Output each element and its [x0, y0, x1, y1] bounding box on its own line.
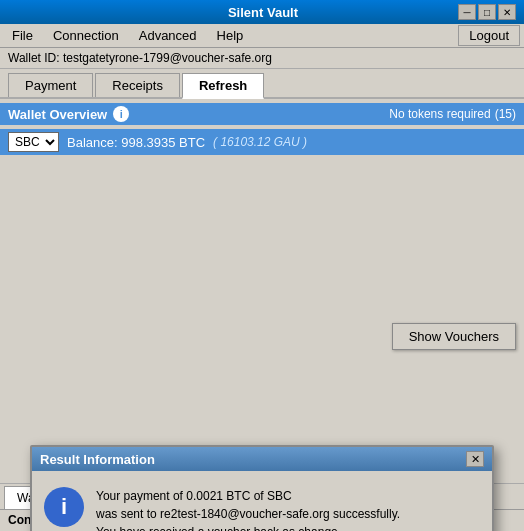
modal-message: Your payment of 0.0021 BTC of SBC was se… — [96, 487, 480, 531]
modal-info-icon: i — [44, 487, 84, 527]
wallet-id-text: Wallet ID: testgatetyrone-1799@voucher-s… — [8, 51, 272, 65]
tab-bar: Payment Receipts Refresh — [0, 69, 524, 99]
modal-title: Result Information — [40, 452, 155, 467]
no-tokens-text: No tokens required — [389, 107, 490, 121]
wallet-id-bar: Wallet ID: testgatetyrone-1799@voucher-s… — [0, 48, 524, 69]
menu-connection[interactable]: Connection — [45, 26, 127, 45]
currency-dropdown[interactable]: SBC — [8, 132, 59, 152]
menu-advanced[interactable]: Advanced — [131, 26, 205, 45]
info-icon[interactable]: i — [113, 106, 129, 122]
wallet-overview-bar: Wallet Overview i No tokens required (15… — [0, 103, 524, 125]
show-vouchers-button[interactable]: Show Vouchers — [392, 323, 516, 350]
window-controls: ─ □ ✕ — [458, 4, 516, 20]
content-wrapper: Result Information ✕ i Your payment of 0… — [0, 315, 524, 531]
menu-file[interactable]: File — [4, 26, 41, 45]
window-title: Silent Vault — [68, 5, 458, 20]
show-vouchers-area: Show Vouchers — [0, 315, 524, 358]
logout-button[interactable]: Logout — [458, 25, 520, 46]
currency-select[interactable]: SBC — [8, 132, 59, 152]
token-count: (15) — [495, 107, 516, 121]
balance-text: Balance: 998.3935 BTC — [67, 135, 205, 150]
modal-body: i Your payment of 0.0021 BTC of SBC was … — [32, 471, 492, 531]
balance-bar: SBC Balance: 998.3935 BTC ( 16103.12 GAU… — [0, 129, 524, 155]
modal-message-line3: You have received a voucher back as chan… — [96, 525, 341, 531]
balance-gau: ( 16103.12 GAU ) — [213, 135, 307, 149]
tab-receipts[interactable]: Receipts — [95, 73, 180, 97]
title-bar: Silent Vault ─ □ ✕ — [0, 0, 524, 24]
wallet-overview-right: No tokens required (15) — [389, 107, 516, 121]
modal-message-line2: was sent to re2test-1840@voucher-safe.or… — [96, 507, 400, 521]
wallet-overview-left: Wallet Overview i — [8, 106, 129, 122]
close-button[interactable]: ✕ — [498, 4, 516, 20]
modal-title-bar: Result Information ✕ — [32, 447, 492, 471]
modal-close-button[interactable]: ✕ — [466, 451, 484, 467]
result-information-dialog: Result Information ✕ i Your payment of 0… — [30, 445, 494, 531]
menu-bar-right: Logout — [458, 25, 520, 46]
modal-message-line1: Your payment of 0.0021 BTC of SBC — [96, 489, 292, 503]
menu-bar-left: File Connection Advanced Help — [4, 26, 251, 45]
tab-payment[interactable]: Payment — [8, 73, 93, 97]
tab-refresh[interactable]: Refresh — [182, 73, 264, 99]
wallet-overview-label: Wallet Overview — [8, 107, 107, 122]
menu-bar: File Connection Advanced Help Logout — [0, 24, 524, 48]
maximize-button[interactable]: □ — [478, 4, 496, 20]
minimize-button[interactable]: ─ — [458, 4, 476, 20]
menu-help[interactable]: Help — [209, 26, 252, 45]
